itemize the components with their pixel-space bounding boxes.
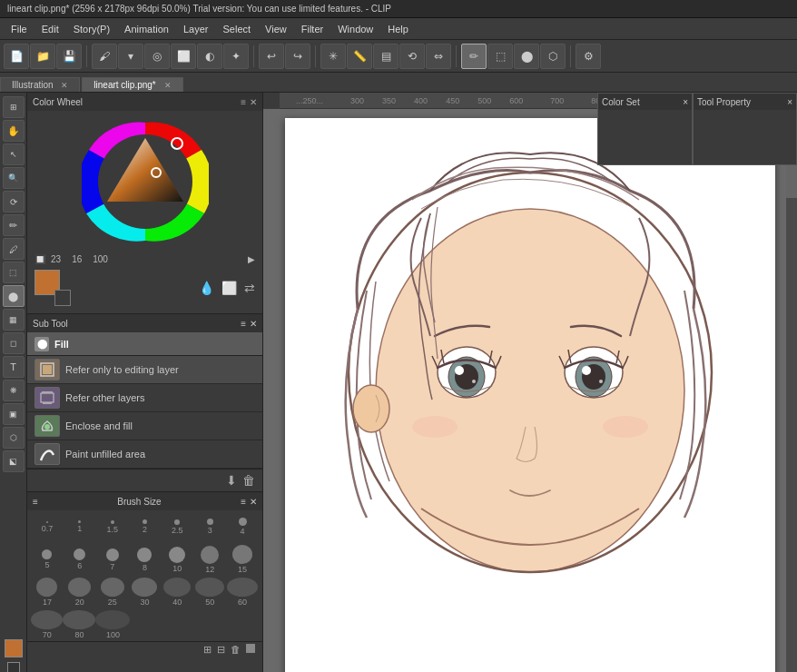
brush-15[interactable]: 15	[226, 545, 259, 574]
canvas-content[interactable]	[263, 109, 797, 672]
brush-20[interactable]: 20	[64, 578, 96, 607]
menu-view[interactable]: View	[258, 22, 294, 36]
toolbar-view[interactable]: ▤	[373, 44, 398, 69]
tool-navigator[interactable]: ⊞	[3, 96, 25, 118]
tool-rotate[interactable]: ⟳	[3, 191, 25, 212]
brushsize-add[interactable]: ⊞	[203, 644, 212, 656]
tool-fill[interactable]: ⬤	[3, 285, 25, 307]
tool-decoration[interactable]: ❋	[3, 380, 25, 401]
subtool-item-enclose[interactable]: Enclose and fill	[27, 412, 262, 440]
brush-12[interactable]: 12	[193, 545, 226, 574]
brush-4[interactable]: 4	[226, 512, 259, 541]
color-wheel-close[interactable]: ✕	[250, 97, 257, 107]
brush-40[interactable]: 40	[161, 578, 193, 607]
brushsize-scroll[interactable]	[246, 644, 255, 653]
toolbar-redo[interactable]: ↪	[285, 44, 310, 69]
swap-icon[interactable]: ⇄	[244, 281, 255, 295]
eyedropper-icon[interactable]: 💧	[199, 281, 214, 295]
toolbar-extra[interactable]: ⬡	[540, 44, 566, 69]
brush-1.5[interactable]: 1.5	[96, 512, 129, 541]
menu-layer[interactable]: Layer	[176, 22, 216, 36]
tool-marker[interactable]: 🖊	[3, 238, 25, 260]
menu-help[interactable]: Help	[380, 22, 416, 36]
subtool-delete-btn[interactable]: 🗑	[242, 473, 255, 488]
brushsize-trash[interactable]: 🗑	[231, 644, 241, 656]
toolbar-flip[interactable]: ⇔	[426, 44, 451, 69]
brush-100[interactable]: 100	[95, 610, 130, 639]
toolbar-tool5[interactable]: ◐	[197, 44, 222, 69]
toolbar-selector[interactable]: ▾	[118, 44, 143, 69]
brush-80[interactable]: 80	[63, 610, 95, 639]
brush-10[interactable]: 10	[161, 545, 193, 574]
toolbar-transform[interactable]: ✳	[320, 44, 346, 69]
tool-gradient[interactable]: ▦	[3, 309, 25, 331]
canvas-area[interactable]: ...250...3003504004505006007008009001000…	[263, 93, 797, 672]
toolbar-eraser[interactable]: ⬚	[487, 44, 513, 69]
tool-pen[interactable]: ✏	[3, 214, 25, 236]
brush-3[interactable]: 3	[193, 512, 226, 541]
toolbar-undo[interactable]: ↩	[259, 44, 284, 69]
tool-hand[interactable]: ✋	[3, 120, 25, 142]
toolbar-tool3[interactable]: ◎	[144, 44, 170, 69]
background-swatch[interactable]	[54, 290, 71, 306]
toolbar-ruler[interactable]: 📏	[347, 44, 372, 69]
tool-layer-select[interactable]: ⬕	[3, 450, 25, 472]
tab-illustration[interactable]: Illustration ✕	[0, 77, 80, 92]
color-wheel-menu[interactable]: ≡	[241, 97, 246, 107]
menu-edit[interactable]: Edit	[34, 22, 66, 36]
brush-25[interactable]: 25	[96, 578, 129, 607]
toolbar-brush[interactable]: 🖌	[92, 44, 117, 69]
brush-7[interactable]: 7	[96, 545, 129, 574]
menu-animation[interactable]: Animation	[117, 22, 176, 36]
brush-0.7[interactable]: 0.7	[31, 512, 64, 541]
menu-select[interactable]: Select	[216, 22, 259, 36]
menu-story[interactable]: Story(P)	[66, 22, 117, 36]
tool-shape[interactable]: ◻	[3, 332, 25, 354]
fg-color-swatch[interactable]	[5, 639, 23, 657]
brush-1[interactable]: 1	[64, 512, 96, 541]
vertical-scrollbar[interactable]	[786, 125, 797, 672]
toolbar-new[interactable]: 📄	[4, 44, 29, 69]
toolbar-save[interactable]: 💾	[56, 44, 82, 69]
subtool-item-paint-unfilled[interactable]: Paint unfilled area	[27, 440, 262, 469]
brush-17[interactable]: 17	[31, 578, 64, 607]
tool-cursor[interactable]: ↖	[3, 143, 25, 165]
subtool-close[interactable]: ✕	[250, 319, 257, 329]
menu-file[interactable]: File	[4, 22, 34, 36]
tool-text[interactable]: T	[3, 356, 25, 378]
subtool-add-btn[interactable]: ⬇	[226, 473, 237, 488]
toolbar-pen-active[interactable]: ✏	[461, 44, 487, 69]
brush-5[interactable]: 5	[31, 545, 64, 574]
colorset-close[interactable]: ×	[683, 97, 688, 107]
toolprop-close[interactable]: ×	[787, 97, 792, 107]
brush-2[interactable]: 2	[129, 512, 162, 541]
brush-50[interactable]: 50	[193, 578, 226, 607]
arrow-icon[interactable]: ▶	[248, 254, 255, 264]
tab-close-lineart[interactable]: ✕	[164, 81, 172, 90]
bg-color-swatch[interactable]	[7, 662, 20, 672]
toolbar-open[interactable]: 📁	[30, 44, 55, 69]
toolbar-settings[interactable]: ⚙	[576, 44, 601, 69]
brush-8[interactable]: 8	[129, 545, 162, 574]
toolbar-rotate[interactable]: ⟲	[399, 44, 425, 69]
drawing-canvas[interactable]	[285, 118, 775, 672]
tab-lineart[interactable]: lineart clip.png* ✕	[82, 77, 182, 92]
tool-lasso[interactable]: ⬡	[3, 427, 25, 449]
brushsize-close[interactable]: ✕	[250, 497, 257, 507]
transparent-icon[interactable]: ⬜	[221, 281, 237, 295]
toolbar-fill[interactable]: ⬤	[514, 44, 539, 69]
subtool-menu[interactable]: ≡	[241, 319, 246, 329]
brush-70[interactable]: 70	[31, 610, 63, 639]
tool-select[interactable]: ▣	[3, 403, 25, 425]
menu-filter[interactable]: Filter	[294, 22, 330, 36]
brush-6[interactable]: 6	[64, 545, 96, 574]
color-wheel-container[interactable]	[27, 111, 262, 252]
toolbar-tool4[interactable]: ⬜	[171, 44, 196, 69]
tool-eraser[interactable]: ⬚	[3, 262, 25, 283]
brush-2.5[interactable]: 2.5	[161, 512, 193, 541]
toolbar-tool6[interactable]: ✦	[223, 44, 249, 69]
brush-30[interactable]: 30	[129, 578, 162, 607]
subtool-item-refer-others[interactable]: Refer other layers	[27, 384, 262, 412]
color-wheel-svg[interactable]	[82, 118, 209, 245]
tab-close-illustration[interactable]: ✕	[61, 81, 68, 90]
